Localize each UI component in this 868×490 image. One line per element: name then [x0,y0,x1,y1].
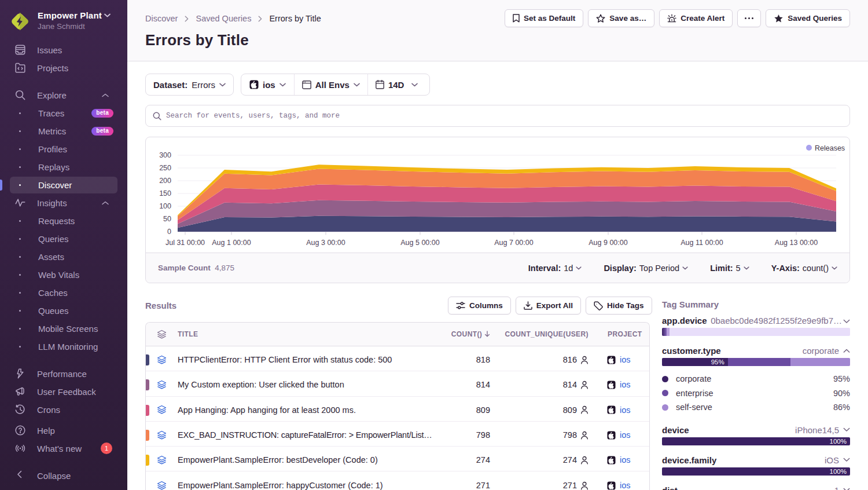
svg-text:Aug 5 00:00: Aug 5 00:00 [400,239,439,247]
svg-text:Aug 9 00:00: Aug 9 00:00 [589,239,627,247]
svg-text:Aug 13 00:00: Aug 13 00:00 [775,239,818,247]
svg-text:300: 300 [159,151,171,159]
svg-text:Releases: Releases [815,144,845,152]
svg-text:Aug 1 00:00: Aug 1 00:00 [212,239,251,247]
svg-text:50: 50 [163,215,171,223]
svg-text:Jul 31 00:00: Jul 31 00:00 [165,239,205,247]
svg-text:200: 200 [159,177,171,185]
svg-text:0: 0 [167,228,171,236]
svg-text:100: 100 [159,202,171,210]
svg-text:150: 150 [159,189,171,198]
svg-text:Aug 3 00:00: Aug 3 00:00 [306,239,345,247]
svg-text:Aug 11 00:00: Aug 11 00:00 [681,239,723,247]
svg-text:Aug 7 00:00: Aug 7 00:00 [494,239,533,247]
svg-text:250: 250 [159,164,171,172]
